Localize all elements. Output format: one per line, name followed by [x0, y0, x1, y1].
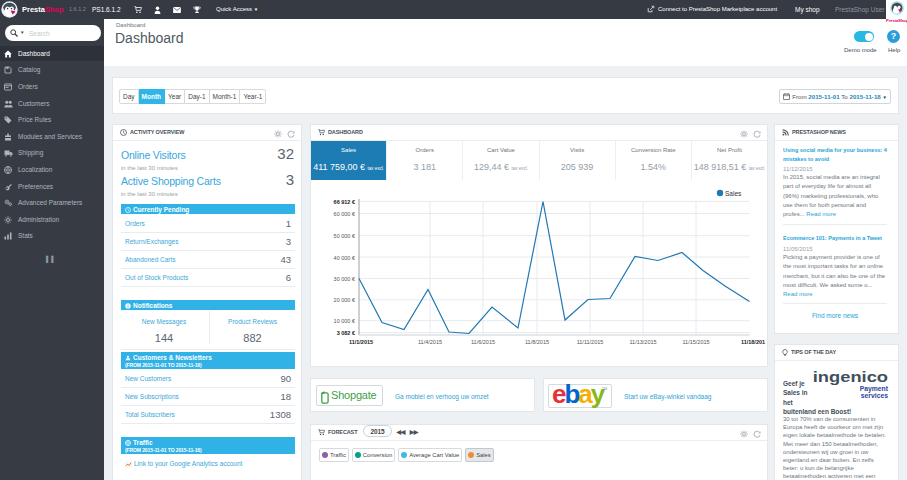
svg-text:11/11/2015: 11/11/2015 [577, 339, 604, 345]
svg-text:30 000 €: 30 000 € [334, 276, 355, 282]
svg-text:50 000 €: 50 000 € [334, 233, 355, 239]
svg-text:11/18/201: 11/18/201 [741, 339, 765, 345]
svg-text:20 000 €: 20 000 € [334, 297, 355, 303]
svg-text:11/6/2015: 11/6/2015 [471, 339, 495, 345]
svg-text:66 912 €: 66 912 € [334, 199, 355, 205]
svg-text:60 000 €: 60 000 € [334, 211, 355, 217]
svg-text:11/4/2015: 11/4/2015 [418, 339, 442, 345]
svg-text:10 000 €: 10 000 € [334, 318, 355, 324]
svg-text:3 082 €: 3 082 € [337, 330, 355, 336]
svg-text:11/8/2015: 11/8/2015 [525, 339, 549, 345]
svg-text:11/1/2015: 11/1/2015 [349, 339, 373, 345]
svg-text:40 000 €: 40 000 € [334, 255, 355, 261]
svg-text:Sales: Sales [725, 190, 742, 197]
svg-text:11/13/2015: 11/13/2015 [629, 339, 656, 345]
svg-text:11/15/2015: 11/15/2015 [682, 339, 709, 345]
